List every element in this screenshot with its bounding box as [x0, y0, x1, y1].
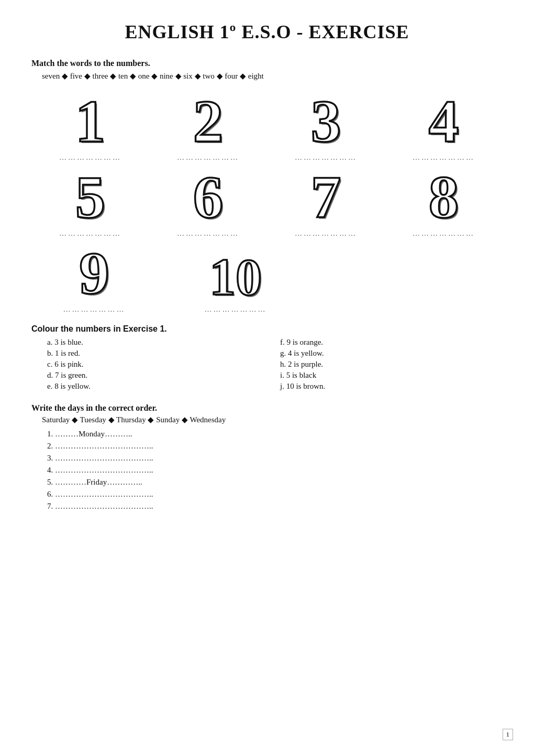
page-title: ENGLISH 1º E.S.O - EXERCISE	[31, 21, 503, 43]
answer-dots-5: …………………	[54, 229, 127, 238]
numbers-row-3: 9 ………………… 10 …………………	[31, 243, 503, 314]
colour-item-b: b. 1 is red.	[47, 349, 270, 358]
colour-item-a: a. 3 is blue.	[47, 338, 270, 347]
number-8-block: 8 …………………	[392, 167, 496, 238]
day-item-1: 1. ………Monday………..	[47, 430, 503, 439]
numbers-row-1: 1 ………………… 2 ………………… 3 ………………… 4 …………………	[31, 91, 503, 162]
colour-item-j: j. 10 is brown.	[280, 382, 503, 391]
day-item-2: 2. ………………………………..	[47, 442, 503, 451]
exercise1-word-list: seven ◆ five ◆ three ◆ ten ◆ one ◆ nine …	[42, 71, 503, 81]
number-3-block: 3 …………………	[274, 91, 379, 162]
exercise1-section: Match the words to the numbers. seven ◆ …	[31, 59, 503, 314]
colour-item-e: e. 8 is yellow.	[47, 382, 270, 391]
colour-item-d: d. 7 is green.	[47, 371, 270, 380]
days-list: 1. ………Monday………..2. ………………………………..3. …………	[47, 430, 503, 511]
numbers-row-2: 5 ………………… 6 ………………… 7 ………………… 8 …………………	[31, 167, 503, 238]
colour-item-f: f. 9 is orange.	[280, 338, 503, 347]
answer-dots-6: …………………	[172, 229, 245, 238]
number-10-block: 10 …………………	[178, 251, 293, 314]
answer-dots-7: …………………	[290, 229, 363, 238]
answer-dots-2: …………………	[172, 154, 245, 162]
digit-10: 10	[209, 251, 262, 303]
number-1-block: 1 …………………	[38, 91, 143, 162]
colour-list-right: f. 9 is orange. g. 4 is yellow. h. 2 is …	[280, 338, 503, 393]
day-item-5: 5. …………Friday…………..	[47, 478, 503, 487]
answer-dots-8: …………………	[407, 229, 481, 238]
number-5-block: 5 …………………	[38, 167, 143, 238]
colour-item-c: c. 6 is pink.	[47, 360, 270, 369]
colour-lists: a. 3 is blue. b. 1 is red. c. 6 is pink.…	[47, 338, 503, 393]
digit-7: 7	[311, 167, 341, 227]
digit-9: 9	[79, 243, 109, 303]
digit-6: 6	[193, 167, 224, 227]
answer-dots-9: …………………	[58, 305, 131, 314]
exercise3-title: Write the days in the correct order.	[31, 403, 503, 413]
colour-item-h: h. 2 is purple.	[280, 360, 503, 369]
digit-8: 8	[429, 167, 459, 227]
colour-item-i: i. 5 is black	[280, 371, 503, 380]
digit-1: 1	[75, 91, 106, 151]
number-2-block: 2 …………………	[156, 91, 261, 162]
digit-2: 2	[193, 91, 224, 151]
exercise2-title: Colour the numbers in Exercise 1.	[31, 324, 503, 334]
answer-dots-1: …………………	[54, 154, 127, 162]
digit-5: 5	[75, 167, 106, 227]
number-6-block: 6 …………………	[156, 167, 261, 238]
digit-3: 3	[311, 91, 341, 151]
day-item-3: 3. ………………………………..	[47, 454, 503, 463]
day-item-4: 4. ………………………………..	[47, 466, 503, 475]
digit-4: 4	[429, 91, 459, 151]
number-7-block: 7 …………………	[274, 167, 379, 238]
number-4-block: 4 …………………	[392, 91, 496, 162]
day-item-6: 6. ………………………………..	[47, 490, 503, 499]
answer-dots-3: …………………	[290, 154, 363, 162]
exercise3-word-list: Saturday ◆ Tuesday ◆ Thursday ◆ Sunday ◆…	[42, 415, 503, 424]
colour-item-g: g. 4 is yellow.	[280, 349, 503, 358]
answer-dots-10: …………………	[199, 305, 272, 314]
colour-list-left: a. 3 is blue. b. 1 is red. c. 6 is pink.…	[47, 338, 270, 393]
exercise1-title: Match the words to the numbers.	[31, 59, 503, 68]
number-9-block: 9 …………………	[42, 243, 147, 314]
day-item-7: 7. ………………………………..	[47, 502, 503, 511]
exercise2-section: Colour the numbers in Exercise 1. a. 3 i…	[31, 324, 503, 393]
answer-dots-4: …………………	[407, 154, 481, 162]
exercise3-section: Write the days in the correct order. Sat…	[31, 403, 503, 511]
page-number: 1	[503, 729, 514, 740]
